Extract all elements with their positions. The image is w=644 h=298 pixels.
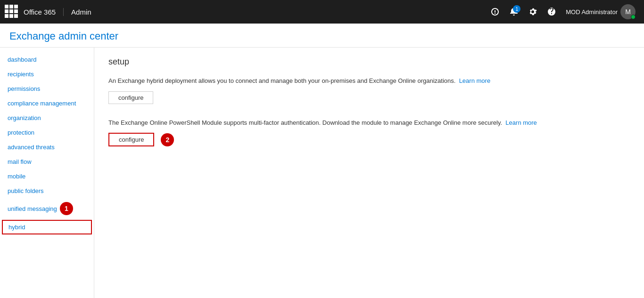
main-content: setup An Exchange hybrid deployment allo… bbox=[94, 48, 644, 298]
annotation-circle-1: 1 bbox=[60, 202, 73, 215]
learn-more-link-2[interactable]: Learn more bbox=[505, 119, 537, 126]
page-title: Exchange admin center bbox=[0, 24, 644, 48]
configure-button-2[interactable]: configure bbox=[108, 133, 154, 146]
skype-icon[interactable] bbox=[487, 3, 504, 20]
configure-button-1[interactable]: configure bbox=[108, 91, 153, 104]
app-title[interactable]: Office 365 bbox=[24, 8, 64, 16]
user-name: MOD Administrator bbox=[566, 8, 618, 16]
section-title: setup bbox=[108, 57, 630, 67]
help-icon[interactable] bbox=[543, 3, 560, 20]
main-layout: dashboard recipients permissions complia… bbox=[0, 48, 644, 298]
sidebar-item-mobile[interactable]: mobile bbox=[0, 169, 94, 184]
sidebar-item-protection[interactable]: protection bbox=[0, 125, 94, 140]
avatar-online-badge bbox=[631, 15, 636, 19]
sidebar-item-compliance-management[interactable]: compliance management bbox=[0, 96, 94, 111]
sidebar-item-mail-flow[interactable]: mail flow bbox=[0, 154, 94, 169]
sidebar-item-unified-messaging[interactable]: unified messaging 1 bbox=[0, 198, 94, 219]
hybrid-deployment-block: An Exchange hybrid deployment allows you… bbox=[108, 76, 630, 104]
powershell-block: The Exchange Online PowerShell Module su… bbox=[108, 118, 630, 147]
avatar: M bbox=[620, 4, 636, 19]
page-container: Exchange admin center dashboard recipien… bbox=[0, 24, 644, 298]
sidebar-item-public-folders[interactable]: public folders bbox=[0, 184, 94, 198]
learn-more-link-1[interactable]: Learn more bbox=[459, 77, 490, 84]
sidebar-item-recipients[interactable]: recipients bbox=[0, 67, 94, 81]
settings-icon[interactable] bbox=[524, 3, 541, 20]
sidebar: dashboard recipients permissions complia… bbox=[0, 48, 94, 298]
sidebar-item-permissions[interactable]: permissions bbox=[0, 81, 94, 96]
powershell-text: The Exchange Online PowerShell Module su… bbox=[108, 118, 630, 128]
sidebar-item-organization[interactable]: organization bbox=[0, 111, 94, 125]
topbar: Office 365 Admin 1 MOD Administrator bbox=[0, 0, 644, 24]
user-menu[interactable]: MOD Administrator M bbox=[562, 4, 639, 19]
grid-icon[interactable] bbox=[5, 5, 19, 19]
sidebar-item-advanced-threats[interactable]: advanced threats bbox=[0, 140, 94, 154]
sidebar-item-dashboard[interactable]: dashboard bbox=[0, 52, 94, 67]
annotation-circle-2: 2 bbox=[161, 133, 174, 146]
configure-btn-row-2: configure 2 bbox=[108, 133, 630, 146]
hybrid-deployment-text: An Exchange hybrid deployment allows you… bbox=[108, 76, 630, 86]
sidebar-item-hybrid[interactable]: hybrid bbox=[2, 220, 92, 234]
topbar-icons: 1 MOD Administrator M bbox=[487, 3, 639, 20]
topbar-section: Admin bbox=[71, 8, 91, 16]
notification-badge: 1 bbox=[513, 5, 520, 13]
configure-btn-row-1: configure bbox=[108, 91, 630, 104]
notification-icon[interactable]: 1 bbox=[505, 3, 522, 20]
